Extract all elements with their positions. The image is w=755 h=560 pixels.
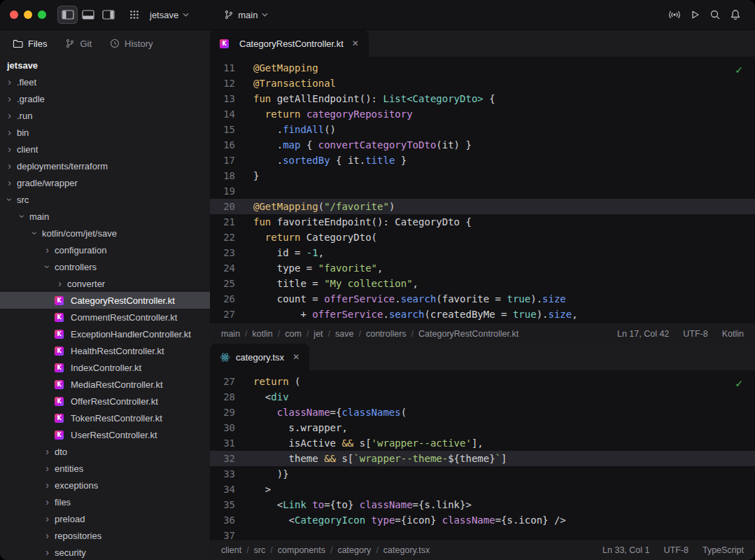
tree-item-exceptionhandlercontroller.kt[interactable]: KExceptionHandlerController.kt: [0, 326, 210, 342]
tab-categoryrestcontroller[interactable]: K CategoryRestController.kt ✕: [210, 30, 369, 57]
minimize-window-button[interactable]: [24, 10, 32, 19]
code-line-28[interactable]: 28 <div: [210, 389, 755, 405]
code-line-25[interactable]: 25 title = "My collection",: [210, 276, 755, 291]
tree-item-bin[interactable]: ›bin: [0, 124, 210, 141]
chevron-right-icon[interactable]: ›: [4, 77, 15, 87]
code-line-37[interactable]: 37: [210, 528, 755, 539]
code-editor-tsx[interactable]: ✓ 27return (28 <div29 className={classNa…: [210, 370, 755, 539]
chevron-right-icon[interactable]: ›: [4, 111, 15, 120]
code-line-18[interactable]: 18}: [210, 168, 755, 183]
zoom-window-button[interactable]: [38, 10, 46, 19]
tree-item-commentrestcontroller.kt[interactable]: KCommentRestController.kt: [0, 309, 210, 326]
breadcrumb-item[interactable]: save: [335, 329, 353, 339]
breadcrumb-item[interactable]: CategoryRestController.kt: [418, 329, 518, 339]
workspaces-grid-button[interactable]: [124, 6, 144, 24]
code-line-26[interactable]: 26 count = offerService.search(favorite …: [210, 291, 755, 307]
caret-position[interactable]: Ln 33, Col 1: [602, 545, 649, 555]
breadcrumb-item[interactable]: components: [278, 545, 325, 555]
tree-root-project[interactable]: jetsave: [0, 57, 210, 74]
chevron-down-icon[interactable]: ›: [30, 228, 40, 239]
chevron-right-icon[interactable]: ›: [42, 480, 52, 490]
tree-item-entities[interactable]: ›entities: [0, 460, 210, 477]
code-line-27[interactable]: 27return (: [210, 374, 755, 389]
close-window-button[interactable]: [10, 10, 18, 19]
chevron-right-icon[interactable]: ›: [42, 447, 52, 456]
tree-item-preload[interactable]: ›preload: [0, 510, 210, 527]
tree-item-indexcontroller.kt[interactable]: KIndexController.kt: [0, 359, 210, 376]
code-line-14[interactable]: 14 return categoryRepository: [210, 106, 755, 122]
code-line-34[interactable]: 34 >: [210, 482, 755, 497]
breadcrumb-item[interactable]: category: [337, 545, 371, 555]
tree-item-categoryrestcontroller.kt[interactable]: KCategoryRestController.kt: [0, 292, 210, 309]
tree-item-kotlin-com-jet-save[interactable]: ›kotlin/com/jet/save: [0, 225, 210, 241]
code-line-20[interactable]: 20@GetMapping("/favorite"): [210, 199, 755, 214]
file-encoding[interactable]: UTF-8: [664, 545, 689, 555]
tab-files[interactable]: Files: [6, 34, 54, 53]
share-session-button[interactable]: [664, 6, 684, 24]
tree-item-healthrestcontroller.kt[interactable]: KHealthRestController.kt: [0, 342, 210, 359]
code-line-12[interactable]: 12@Transactional: [210, 76, 755, 91]
tree-item-gradle-wrapper[interactable]: ›gradle/wrapper: [0, 174, 210, 191]
code-line-32[interactable]: 32 theme && s[`wrapper--theme-${theme}`]: [210, 451, 755, 466]
code-line-16[interactable]: 16 .map { convertCategoryToDto(it) }: [210, 137, 755, 153]
chevron-right-icon[interactable]: ›: [4, 161, 15, 171]
project-switcher[interactable]: jetsave: [144, 5, 195, 24]
code-line-31[interactable]: 31 isActive && s['wrapper--active'],: [210, 435, 755, 451]
breadcrumb-item[interactable]: category.tsx: [383, 545, 430, 555]
file-language[interactable]: Kotlin: [722, 329, 744, 339]
close-icon[interactable]: ✕: [352, 38, 359, 48]
breadcrumb-item[interactable]: main: [221, 329, 240, 339]
chevron-right-icon[interactable]: ›: [55, 279, 65, 288]
tab-category-tsx[interactable]: category.tsx ✕: [210, 344, 309, 370]
breadcrumb-item[interactable]: controllers: [366, 329, 407, 339]
chevron-right-icon[interactable]: ›: [4, 94, 15, 104]
notifications-button[interactable]: [725, 6, 745, 24]
search-button[interactable]: [705, 6, 725, 24]
tree-item-main[interactable]: ›main: [0, 208, 210, 225]
chevron-right-icon[interactable]: ›: [42, 245, 52, 255]
code-line-29[interactable]: 29 className={classNames(: [210, 405, 755, 420]
chevron-down-icon[interactable]: ›: [5, 195, 15, 205]
tree-item-.gradle[interactable]: ›.gradle: [0, 90, 210, 107]
breadcrumb-item[interactable]: client: [221, 545, 241, 555]
breadcrumb-item[interactable]: kotlin: [253, 329, 273, 339]
tree-item-tokenrestcontroller.kt[interactable]: KTokenRestController.kt: [0, 410, 210, 426]
tree-item-controllers[interactable]: ›controllers: [0, 258, 210, 275]
code-line-36[interactable]: 36 <CategoryIcon type={icon} className={…: [210, 512, 755, 528]
tree-item-dto[interactable]: ›dto: [0, 443, 210, 460]
code-line-35[interactable]: 35 <Link to={to} className={s.link}>: [210, 497, 755, 512]
file-encoding[interactable]: UTF-8: [683, 329, 707, 339]
chevron-right-icon[interactable]: ›: [4, 127, 15, 137]
tree-item-mediarestcontroller.kt[interactable]: KMediaRestController.kt: [0, 376, 210, 393]
tree-item-converter[interactable]: ›converter: [0, 275, 210, 292]
code-line-30[interactable]: 30 s.wrapper,: [210, 420, 755, 435]
chevron-right-icon[interactable]: ›: [4, 178, 15, 188]
breadcrumb-item[interactable]: jet: [313, 329, 323, 339]
tree-item-exceptions[interactable]: ›exceptions: [0, 477, 210, 493]
file-language[interactable]: TypeScript: [703, 545, 744, 555]
toggle-bottom-panel-button[interactable]: [78, 6, 98, 24]
tree-item-files[interactable]: ›files: [0, 493, 210, 510]
code-line-19[interactable]: 19: [210, 183, 755, 199]
breadcrumb-item[interactable]: com: [285, 329, 302, 339]
tree-item-offerrestcontroller.kt[interactable]: KOfferRestController.kt: [0, 393, 210, 410]
tree-item-security[interactable]: ›security: [0, 544, 210, 560]
caret-position[interactable]: Ln 17, Col 42: [617, 329, 669, 339]
chevron-down-icon[interactable]: ›: [17, 211, 27, 222]
tree-item-userrestcontroller.kt[interactable]: KUserRestController.kt: [0, 426, 210, 443]
tab-git[interactable]: Git: [58, 34, 99, 53]
chevron-down-icon[interactable]: ›: [43, 262, 52, 272]
code-line-21[interactable]: 21fun favoriteEndpoint(): CategoryDto {: [210, 214, 755, 230]
tree-item-repositories[interactable]: ›repositories: [0, 527, 210, 544]
code-line-24[interactable]: 24 type = "favorite",: [210, 260, 755, 276]
code-line-23[interactable]: 23 id = -1,: [210, 245, 755, 260]
code-line-15[interactable]: 15 .findAll(): [210, 122, 755, 137]
code-line-22[interactable]: 22 return CategoryDto(: [210, 230, 755, 245]
tab-history[interactable]: History: [103, 34, 160, 53]
run-button[interactable]: [684, 6, 705, 24]
chevron-right-icon[interactable]: ›: [4, 144, 15, 154]
code-editor-kotlin[interactable]: ✓ 11@GetMapping12@Transactional13fun get…: [210, 57, 755, 323]
tree-item-client[interactable]: ›client: [0, 141, 210, 158]
tree-item-.fleet[interactable]: ›.fleet: [0, 74, 210, 90]
code-line-33[interactable]: 33 )}: [210, 466, 755, 482]
